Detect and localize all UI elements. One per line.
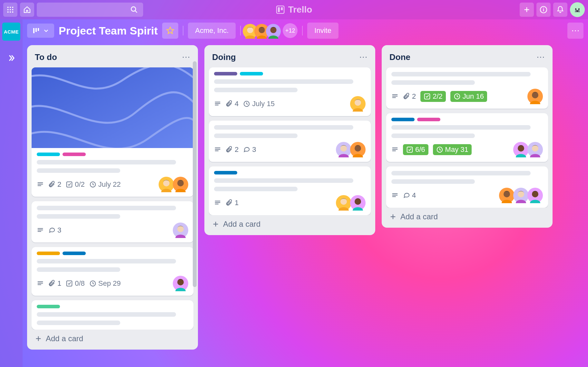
member-overflow-count[interactable]: +12 — [283, 23, 298, 38]
label-chip[interactable] — [63, 252, 86, 255]
workspace-tile[interactable]: ACME — [2, 23, 20, 41]
card-footer: 1 — [214, 195, 366, 211]
list-column: Doing ⋯ 4July 15 23 1 Add a card — [204, 45, 375, 235]
card-title-placeholder — [37, 160, 176, 164]
svg-point-3 — [7, 9, 9, 10]
member-avatar[interactable] — [173, 276, 188, 291]
member-avatar[interactable] — [159, 177, 174, 192]
add-card-button[interactable]: Add a card — [386, 208, 548, 223]
invite-button[interactable]: Invite — [307, 23, 338, 39]
label-chip[interactable] — [37, 153, 60, 156]
description-icon — [37, 227, 44, 234]
card[interactable]: 22/2Jun 16 — [386, 67, 548, 109]
list-title[interactable]: Doing — [212, 52, 236, 62]
member-avatar[interactable] — [265, 23, 280, 38]
board-title[interactable]: Project Team Spirit — [59, 25, 158, 37]
card[interactable]: 10/8Sep 29 — [32, 247, 193, 296]
member-avatar[interactable] — [336, 142, 351, 157]
card[interactable]: 20/2July 22 — [32, 67, 193, 197]
due-date-badge: May 31 — [433, 144, 472, 155]
notifications-button[interactable] — [553, 3, 567, 17]
member-avatar[interactable] — [336, 195, 351, 211]
board-members[interactable] — [245, 23, 280, 38]
comments-badge: 3 — [243, 145, 256, 154]
apps-button[interactable] — [3, 3, 17, 17]
add-card-button[interactable]: Add a card — [32, 330, 193, 345]
lists-container: To do ⋯ 20/2July 22 3 10/8Sep 29 — [23, 42, 588, 367]
card-labels — [391, 118, 543, 121]
header-separator — [183, 26, 183, 35]
card-text-placeholder — [37, 267, 120, 272]
list-scrollbar[interactable] — [193, 61, 197, 287]
label-chip[interactable] — [63, 153, 86, 156]
cards-container: 22/2Jun 16 6/6May 31 4 — [386, 67, 548, 208]
svg-point-29 — [259, 27, 265, 33]
label-chip[interactable] — [214, 171, 237, 174]
member-avatar[interactable] — [499, 188, 514, 203]
svg-rect-36 — [67, 182, 72, 187]
description-icon — [214, 100, 221, 107]
card-text-placeholder — [214, 88, 298, 92]
list-menu-button[interactable]: ⋯ — [536, 52, 545, 62]
svg-rect-13 — [281, 7, 283, 10]
member-avatar[interactable] — [350, 96, 366, 112]
card-title-placeholder — [391, 72, 531, 76]
info-button[interactable] — [536, 3, 551, 17]
member-avatar[interactable] — [173, 177, 188, 192]
svg-point-93 — [532, 145, 538, 152]
svg-point-102 — [532, 191, 538, 197]
add-card-button[interactable]: Add a card — [209, 215, 371, 231]
board-view-switcher[interactable] — [27, 24, 54, 38]
member-avatar[interactable] — [173, 223, 188, 238]
cards-container: 4July 15 23 1 — [209, 67, 371, 215]
board-menu-button[interactable]: ⋯ — [567, 23, 583, 39]
list-title[interactable]: To do — [35, 52, 57, 62]
card[interactable]: 1 — [209, 166, 371, 215]
search-input[interactable] — [37, 3, 143, 17]
card[interactable]: 4July 15 — [209, 67, 371, 116]
member-avatar[interactable] — [527, 142, 543, 157]
svg-point-8 — [12, 11, 13, 13]
label-chip[interactable] — [37, 252, 60, 255]
card[interactable]: 23 — [209, 121, 371, 162]
card[interactable]: 3 — [32, 201, 193, 243]
svg-rect-50 — [67, 281, 72, 286]
card-labels — [37, 153, 188, 156]
home-button[interactable] — [20, 3, 34, 17]
list-title[interactable]: Done — [389, 52, 410, 62]
card-labels — [214, 171, 366, 174]
card[interactable]: 6/6May 31 — [386, 113, 548, 162]
card[interactable] — [32, 300, 193, 330]
svg-point-41 — [177, 180, 184, 186]
list-menu-button[interactable]: ⋯ — [359, 52, 368, 62]
list-menu-button[interactable]: ⋯ — [182, 52, 190, 62]
svg-rect-32 — [32, 67, 193, 148]
checklist-badge: 0/8 — [66, 279, 85, 288]
label-chip[interactable] — [37, 305, 60, 308]
star-board-button[interactable] — [162, 23, 178, 39]
svg-point-2 — [12, 7, 13, 8]
member-avatar[interactable] — [527, 188, 543, 203]
due-date-badge: July 22 — [89, 180, 121, 189]
label-chip[interactable] — [391, 118, 415, 121]
card-footer: 6/6May 31 — [391, 142, 543, 157]
user-avatar[interactable] — [570, 2, 585, 17]
member-avatar[interactable] — [513, 142, 529, 157]
member-avatar[interactable] — [350, 195, 366, 211]
card[interactable]: 4 — [386, 166, 548, 208]
create-button[interactable] — [520, 3, 534, 17]
label-chip[interactable] — [417, 118, 440, 121]
label-chip[interactable] — [240, 72, 263, 75]
svg-point-98 — [504, 191, 510, 197]
card-title-placeholder — [37, 259, 176, 263]
workspace-tag: ACME — [4, 29, 19, 35]
expand-sidebar-button[interactable] — [7, 54, 16, 65]
label-chip[interactable] — [214, 72, 237, 75]
member-avatar[interactable] — [513, 188, 529, 203]
svg-point-73 — [340, 198, 347, 205]
card-text-placeholder — [391, 179, 475, 184]
member-avatar[interactable] — [350, 142, 366, 157]
card-labels — [37, 252, 188, 255]
org-name-button[interactable]: Acme, Inc. — [188, 23, 236, 39]
member-avatar[interactable] — [527, 89, 543, 104]
